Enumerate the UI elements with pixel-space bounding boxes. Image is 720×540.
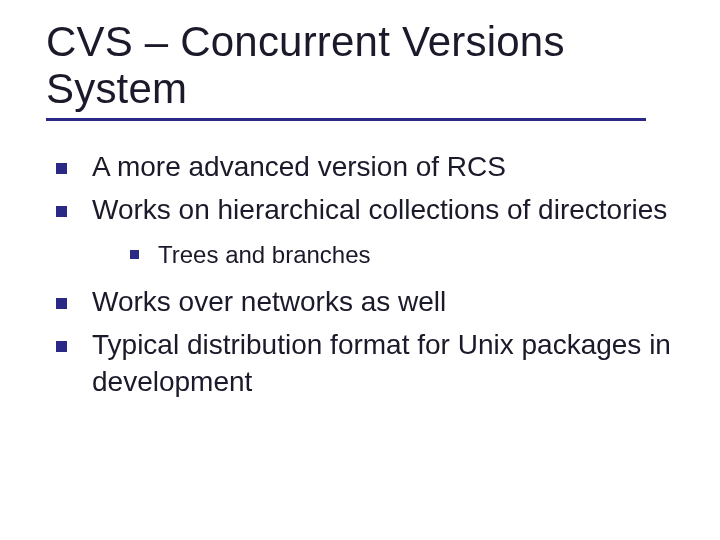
bullet-item: Works on hierarchical collections of dir… [52, 192, 686, 270]
slide: CVS – Concurrent Versions System A more … [0, 0, 720, 540]
slide-title: CVS – Concurrent Versions System [46, 18, 686, 112]
bullet-text: Typical distribution format for Unix pac… [92, 329, 671, 397]
title-underline [46, 118, 646, 121]
bullet-text: A more advanced version of RCS [92, 151, 506, 182]
bullet-list: A more advanced version of RCS Works on … [46, 149, 686, 401]
sub-bullet-item: Trees and branches [124, 239, 686, 270]
sub-bullet-list: Trees and branches [92, 239, 686, 270]
bullet-text: Works on hierarchical collections of dir… [92, 194, 667, 225]
bullet-item: Typical distribution format for Unix pac… [52, 327, 686, 401]
bullet-item: A more advanced version of RCS [52, 149, 686, 186]
bullet-text: Works over networks as well [92, 286, 446, 317]
bullet-item: Works over networks as well [52, 284, 686, 321]
sub-bullet-text: Trees and branches [158, 241, 371, 268]
